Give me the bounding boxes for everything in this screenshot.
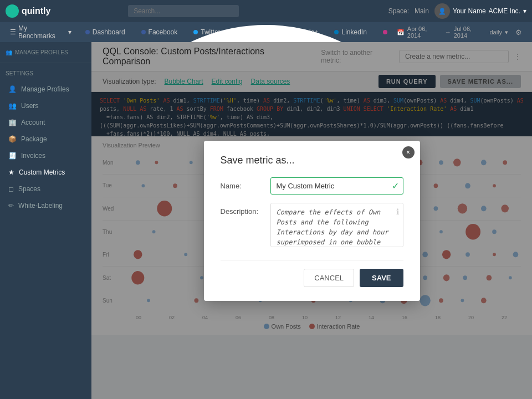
cancel-button[interactable]: CANCEL	[304, 269, 354, 287]
save-metric-modal: × Save metric as... Name: ✓ Description:…	[204, 141, 420, 301]
name-input-wrapper: ✓	[270, 177, 403, 195]
name-input[interactable]	[270, 177, 403, 195]
modal-footer: CANCEL SAVE	[221, 260, 403, 287]
info-icon[interactable]: ℹ	[396, 207, 399, 216]
modal-close-button[interactable]: ×	[402, 146, 415, 158]
logo: quintly	[6, 4, 50, 18]
description-textarea[interactable]: Compare the effects of Own Posts and the…	[270, 203, 403, 247]
description-textarea-wrapper: Compare the effects of Own Posts and the…	[270, 203, 403, 249]
modal-title: Save metric as...	[221, 155, 403, 166]
modal-overlay: × Save metric as... Name: ✓ Description:…	[91, 42, 532, 399]
name-label: Name:	[221, 177, 270, 190]
checkmark-icon: ✓	[392, 181, 399, 191]
logo-icon	[6, 4, 19, 18]
save-button[interactable]: SAVE	[360, 269, 403, 287]
main-content: QQL Console: Custom Posts/Interactions C…	[91, 42, 532, 399]
description-label: Description:	[221, 203, 270, 216]
name-field-row: Name: ✓	[221, 177, 403, 195]
description-field-row: Description: Compare the effects of Own …	[221, 203, 403, 249]
top-navigation: quintly Space: Main 👤 Your Name ACME Inc…	[0, 0, 532, 22]
